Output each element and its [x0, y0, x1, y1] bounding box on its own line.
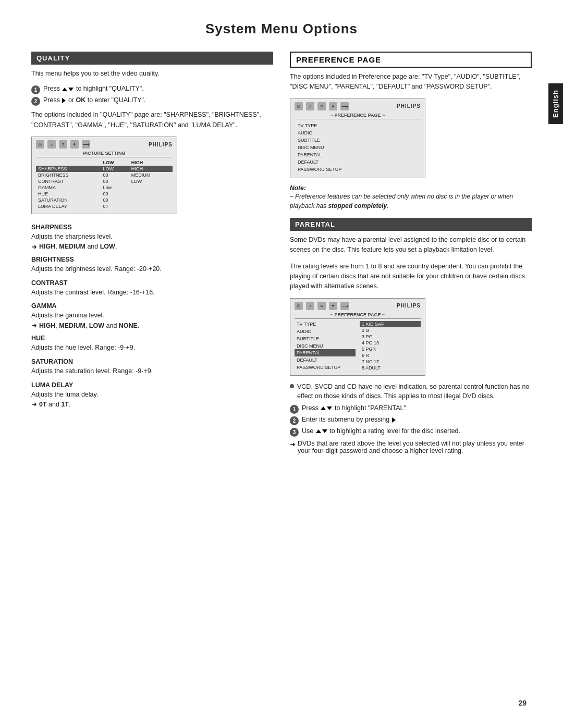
two-column-layout: QUALITY This menu helps you to set the v…: [31, 52, 532, 454]
parental-item: PARENTAL: [295, 349, 356, 356]
gamma-values: HIGH, MEDIUM, LOW and NONE.: [39, 322, 139, 329]
english-tab: English: [548, 83, 563, 124]
parental-para2: The rating levels are from 1 to 8 and ar…: [290, 262, 532, 292]
arrow-icon: ➜: [290, 440, 296, 448]
page-title: System Menu Options: [31, 21, 532, 37]
gamma-body: Adjusts the gamma level.: [31, 311, 273, 320]
rating-row: 3 PG: [360, 334, 421, 340]
pref-icons: ⊙ ♪ ≡ ✦ ⟶: [295, 102, 349, 110]
parental-item: AUDIO: [295, 328, 356, 335]
pref-row: PARENTAL: [296, 152, 420, 158]
note-text: – Preference features can be selected on…: [290, 192, 532, 211]
arrow-icon: ➜: [31, 322, 37, 329]
parental-step3-circle: 3: [290, 428, 299, 437]
pref-row: DISC MENU: [296, 144, 420, 151]
parental-ratings-table: 1 KID SAF 2 G 3 PG 4 PG 13 5 PGR 6 R 7 N…: [360, 321, 421, 371]
col-label: [36, 159, 101, 166]
preference-table-wrap: ⊙ ♪ ≡ ✦ ⟶ PHILIPS ~ PREFERENCE PAGE ~ TV…: [290, 98, 425, 178]
table-row: GAMMA Low: [36, 184, 173, 191]
row-val2: [129, 197, 173, 203]
parental-step3-text: Use to highlight a rating level for the …: [302, 427, 460, 435]
parental-icon3: ≡: [317, 302, 326, 310]
luma-delay-body: Adjusts the luma delay.: [31, 390, 273, 400]
contrast-body: Adjusts the contrast level. Range: -16-+…: [31, 288, 273, 298]
picture-setting-table: ⊙ ♪ ≡ ✦ ⟶ PHILIPS PICTURE SETTING LOW: [31, 137, 177, 214]
row-label: BRIGHTNESS: [36, 172, 101, 178]
col-high: HIGH: [129, 159, 173, 166]
bullet-dot: [290, 384, 294, 388]
luma-delay-label: LUMA DELAY: [31, 381, 273, 389]
brightness-label: BRIGHTNESS: [31, 256, 273, 263]
row-val2: HIGH: [129, 166, 173, 172]
table-row: HUE 00: [36, 191, 173, 197]
sharpness-arrow: ➜ HIGH, MEDIUM and LOW.: [31, 243, 273, 251]
pref-icon1: ⊙: [295, 102, 303, 110]
rating-item: 4 PG 13: [360, 340, 421, 346]
picture-table: LOW HIGH SHARPNESS LOW HIGH BRIGHTNESS 0…: [36, 159, 173, 209]
rating-row: 4 PG 13: [360, 340, 421, 346]
row-val2: MEDIUM: [129, 172, 173, 178]
pref-icon4: ✦: [329, 102, 337, 110]
sharpness-body: Adjusts the sharpness level.: [31, 232, 273, 242]
pref-row: TV TYPE: [296, 122, 420, 129]
quality-header: QUALITY: [31, 52, 273, 65]
saturation-body: Adjusts the saturation level. Range: -9-…: [31, 366, 273, 376]
right-column: PREFERENCE PAGE The options included in …: [290, 52, 532, 454]
sharpness-label: SHARPNESS: [31, 224, 273, 231]
rating-item: 7 NC 17: [360, 359, 421, 365]
vcd-text: VCD, SVCD and CD have no level indicatio…: [297, 382, 532, 402]
pref-item: SUBTITLE: [296, 137, 420, 143]
row-val2: [129, 203, 173, 209]
rating-item: 5 PGR: [360, 346, 421, 352]
page-container: English System Menu Options QUALITY This…: [0, 0, 563, 728]
pref-item: PASSWORD SETUP: [296, 166, 420, 172]
step2-circle: 2: [31, 97, 40, 106]
pref-item: TV TYPE: [296, 122, 420, 129]
parental-left-table: TV TYPE AUDIO SUBTITLE DISC MENU PARENTA…: [295, 321, 356, 371]
parental-header-row: ⊙ ♪ ≡ ✦ ⟶ PHILIPS: [295, 302, 421, 310]
parental-icons: ⊙ ♪ ≡ ✦ ⟶: [295, 302, 349, 310]
pref-icon3: ≡: [317, 102, 326, 110]
step2-text: Press or OK to enter "QUALITY".: [43, 96, 145, 104]
hue-label: Hue: [31, 335, 273, 342]
note-label: Note:: [290, 184, 306, 192]
row-val1: 00: [101, 191, 129, 197]
saturation-label: SATURATION: [31, 358, 273, 365]
row-val2: [129, 191, 173, 197]
quality-step1: 1 Press to highlight "QUALITY".: [31, 85, 273, 94]
parental-icon5: ⟶: [340, 302, 349, 310]
table-row: CONTRAST 00 LOW: [36, 178, 173, 184]
left-column: QUALITY This menu helps you to set the v…: [31, 52, 273, 408]
parental-icon1: ⊙: [295, 302, 303, 310]
parental-header: PARENTAL: [290, 218, 532, 231]
parental-row: AUDIO: [295, 328, 356, 335]
parental-step3: 3 Use to highlight a rating level for th…: [290, 427, 532, 437]
philips-logo: PHILIPS: [149, 142, 173, 147]
step1-circle: 1: [31, 85, 40, 94]
pref-header-row: ⊙ ♪ ≡ ✦ ⟶ PHILIPS: [295, 102, 421, 110]
luma-delay-values: 0T and 1T.: [39, 401, 70, 408]
row-val1: Low: [101, 184, 129, 191]
row-label: GAMMA: [36, 184, 101, 191]
quality-options-text: The options included in "QUALITY" page a…: [31, 110, 273, 130]
pref-row: PASSWORD SETUP: [296, 166, 420, 172]
parental-item: DISC MENU: [295, 342, 356, 350]
row-val2: [129, 184, 173, 191]
parental-step1-text: Press to highlight "PARENTAL".: [302, 404, 408, 412]
gamma-label: GAMMA: [31, 302, 273, 310]
pref-item: DEFAULT: [296, 159, 420, 165]
row-label: HUE: [36, 191, 101, 197]
parental-item: TV TYPE: [295, 321, 356, 328]
rating-item: 3 PG: [360, 334, 421, 340]
parental-row: DEFAULT: [295, 356, 356, 364]
row-val1: LOW: [101, 166, 129, 172]
parental-step1-circle: 1: [290, 405, 299, 414]
rating-item: 6 R: [360, 352, 421, 359]
row-val1: 00: [101, 197, 129, 203]
parental-step2-circle: 2: [290, 416, 299, 425]
pref-item: PARENTAL: [296, 152, 420, 158]
parental-table-title: ~ PREFERENCE PAGE ~: [295, 312, 421, 319]
parental-step1: 1 Press to highlight "PARENTAL".: [290, 404, 532, 414]
parental-item: SUBTITLE: [295, 335, 356, 342]
icon3: ≡: [59, 140, 67, 149]
